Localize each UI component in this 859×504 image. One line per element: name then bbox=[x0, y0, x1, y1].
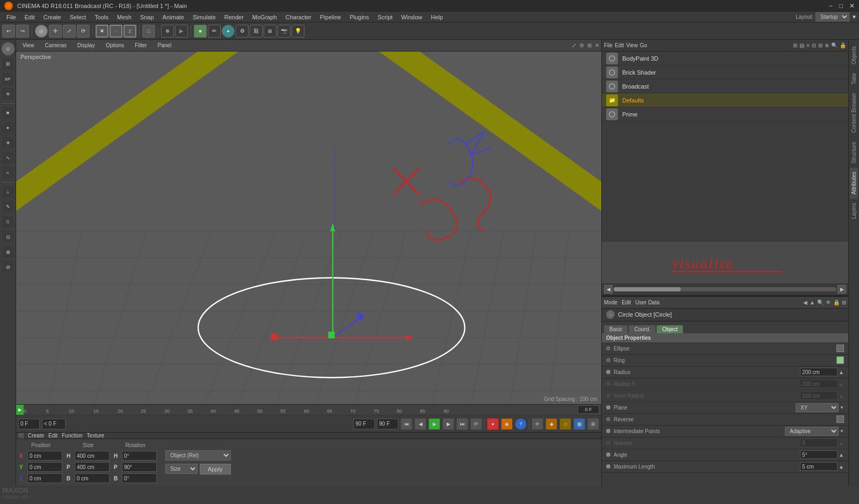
right-icon7[interactable]: 🔍 bbox=[831, 42, 838, 48]
goto-start-btn[interactable]: ⏮ bbox=[401, 418, 412, 430]
scale-button[interactable]: ⤢ bbox=[63, 25, 76, 38]
cb-scroll-right[interactable]: ▶ bbox=[838, 285, 846, 294]
menu-window[interactable]: Window bbox=[397, 13, 426, 21]
vp-tab-filter[interactable]: Filter bbox=[130, 41, 151, 49]
autokey-btn[interactable]: ◉ bbox=[501, 418, 513, 430]
attr-icon-eye[interactable]: 👁 bbox=[826, 300, 831, 305]
move-button[interactable]: ✛ bbox=[49, 25, 62, 38]
menu-help[interactable]: Help bbox=[426, 13, 447, 21]
sketch-tool[interactable]: S bbox=[1, 215, 15, 229]
light-tool[interactable]: ★ bbox=[1, 136, 15, 150]
gear-btn[interactable]: ⚙ bbox=[236, 25, 249, 38]
attr-icon-search[interactable]: 🔍 bbox=[817, 300, 824, 305]
cube-tool[interactable]: ■ bbox=[1, 106, 15, 120]
menu-snap[interactable]: Snap bbox=[136, 13, 158, 21]
frame-end-input[interactable] bbox=[377, 419, 398, 429]
vtab-attributes[interactable]: Attributes bbox=[850, 167, 858, 199]
menu-script[interactable]: Script bbox=[373, 13, 397, 21]
pos-z-input[interactable] bbox=[27, 473, 62, 483]
cb-item-prime[interactable]: Prime bbox=[602, 107, 848, 121]
bottom-function[interactable]: Function bbox=[62, 433, 82, 439]
sculpt-tool[interactable]: ≋ bbox=[1, 87, 15, 101]
pos-x-input[interactable] bbox=[27, 451, 62, 461]
cb-scrollbar[interactable] bbox=[614, 287, 836, 291]
menu-select[interactable]: Select bbox=[65, 13, 91, 21]
vtab-take[interactable]: Take bbox=[850, 69, 858, 89]
current-frame-field[interactable] bbox=[578, 405, 599, 414]
floor-tool[interactable]: ⊥ bbox=[1, 185, 15, 199]
cb-item-defaults[interactable]: 📁 Defaults bbox=[602, 93, 848, 107]
size-mode-select[interactable]: Size bbox=[165, 464, 198, 474]
size-z-input[interactable] bbox=[75, 473, 110, 483]
menu-tools[interactable]: Tools bbox=[90, 13, 113, 21]
menu-plugins[interactable]: Plugins bbox=[345, 13, 373, 21]
attr-tab-basic[interactable]: Basic bbox=[604, 325, 628, 333]
menu-animate[interactable]: Animate bbox=[158, 13, 188, 21]
cb-item-brickshader[interactable]: Brick Shader bbox=[602, 65, 848, 79]
menu-mograph[interactable]: MoGraph bbox=[248, 13, 281, 21]
obj-mode-btn[interactable]: □ bbox=[142, 25, 155, 38]
play-btn[interactable]: ▶ bbox=[175, 25, 188, 38]
motion-btn[interactable]: ▦ bbox=[573, 418, 585, 430]
frame-to-input[interactable] bbox=[353, 419, 375, 429]
attr-input-radius[interactable] bbox=[800, 368, 838, 376]
viewport-3d[interactable]: Perspective Grid Spacing : 100 cm bbox=[16, 52, 601, 404]
light-btn[interactable]: 💡 bbox=[292, 25, 304, 38]
right-go-btn[interactable]: Go bbox=[640, 42, 647, 48]
pen-btn[interactable]: ✏ bbox=[208, 25, 221, 38]
help-btn[interactable]: ? bbox=[515, 418, 527, 430]
rot-z-input[interactable] bbox=[122, 473, 157, 483]
attr-checkbox-reverse[interactable] bbox=[836, 415, 844, 423]
bottom-texture[interactable]: Texture bbox=[87, 433, 105, 439]
right-edit-btn[interactable]: Edit bbox=[615, 42, 624, 48]
pos-y-input[interactable] bbox=[27, 462, 62, 472]
loop-btn[interactable]: ⟳ bbox=[470, 418, 482, 430]
play-btn[interactable]: ▶ bbox=[428, 418, 440, 430]
record-btn[interactable]: ⏺ bbox=[161, 25, 174, 38]
menu-mesh[interactable]: Mesh bbox=[113, 13, 136, 21]
model-tool[interactable]: ◎ bbox=[1, 42, 15, 56]
attr-select-plane[interactable]: XY XZ YZ bbox=[796, 403, 839, 412]
vp-tab-cameras[interactable]: Cameras bbox=[41, 41, 71, 49]
right-icon2[interactable]: ▤ bbox=[799, 42, 804, 48]
size-x-input[interactable] bbox=[75, 451, 110, 461]
undo-button[interactable]: ↩ bbox=[2, 25, 15, 38]
live-select-button[interactable]: ◎ bbox=[35, 25, 48, 38]
attr-input-max-length[interactable] bbox=[800, 462, 838, 471]
size-y-input[interactable] bbox=[75, 462, 110, 472]
rotate-button[interactable]: ⟳ bbox=[77, 25, 90, 38]
layout-select[interactable]: Startup bbox=[816, 12, 849, 21]
y-axis-btn[interactable]: ○ bbox=[110, 25, 122, 38]
next-frame-btn[interactable]: ▶ bbox=[442, 418, 454, 430]
right-icon5[interactable]: ⊞ bbox=[818, 42, 822, 48]
magnet-tool[interactable]: ⊗ bbox=[1, 245, 15, 259]
vtab-structure[interactable]: Structure bbox=[850, 137, 858, 168]
menu-pipeline[interactable]: Pipeline bbox=[316, 13, 345, 21]
attr-tab-object[interactable]: Object bbox=[657, 325, 683, 333]
camera-tool[interactable]: ● bbox=[1, 121, 15, 135]
right-icon1[interactable]: ⊞ bbox=[793, 42, 797, 48]
coord-mode-select[interactable]: Object (Rel) bbox=[165, 450, 231, 461]
preview-btn[interactable]: ⊞ bbox=[587, 418, 599, 430]
prev-frame-btn[interactable]: ◀ bbox=[414, 418, 426, 430]
bottom-edit[interactable]: Edit bbox=[48, 433, 57, 439]
frame-from-input[interactable] bbox=[42, 419, 65, 429]
vp-icon-fullscreen[interactable]: ⊞ bbox=[587, 42, 592, 48]
menu-file[interactable]: File bbox=[2, 13, 20, 21]
cam-btn[interactable]: 📷 bbox=[278, 25, 290, 38]
move-key-btn[interactable]: ✛ bbox=[532, 418, 543, 430]
right-icon3[interactable]: ≡ bbox=[806, 42, 810, 48]
right-view-btn[interactable]: View bbox=[626, 42, 638, 48]
menu-create[interactable]: Create bbox=[39, 13, 65, 21]
sphere-btn[interactable]: ● bbox=[222, 25, 235, 38]
attr-stepper-angle-up[interactable]: ▲ bbox=[839, 452, 844, 458]
vtab-content-browser[interactable]: Content Browser bbox=[850, 89, 858, 137]
vp-tab-options[interactable]: Options bbox=[101, 41, 128, 49]
cb-item-broadcast[interactable]: Broadcast bbox=[602, 79, 848, 93]
right-icon6[interactable]: ⊕ bbox=[825, 42, 829, 48]
attr-input-angle[interactable] bbox=[800, 450, 838, 459]
attr-icon-more[interactable]: ⊞ bbox=[842, 300, 846, 305]
frame-start-input[interactable] bbox=[18, 419, 40, 429]
right-icon4[interactable]: ⊟ bbox=[812, 42, 816, 48]
grid-btn[interactable]: ⊞ bbox=[264, 25, 276, 38]
